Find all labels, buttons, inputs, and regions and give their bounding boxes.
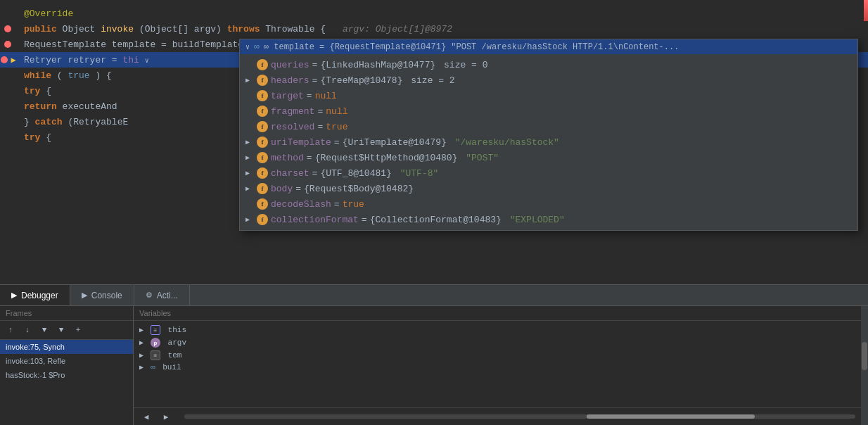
editor-area: @Override public Object invoke (Object[]… [0, 0, 868, 284]
field-name-fragment: fragment [271, 106, 314, 117]
plain-object: Object [63, 24, 101, 34]
frames-up-btn[interactable]: ↑ [3, 322, 18, 338]
debug-row-decode-slash[interactable]: f decodeSlash = true [240, 196, 857, 212]
debug-row-fragment[interactable]: f fragment = null [240, 103, 857, 119]
frames-filter-btn[interactable]: ▼ [37, 322, 52, 338]
plain-try-brace: { [46, 86, 51, 96]
field-name-queries: queries [271, 60, 309, 70]
debug-row-uri-template[interactable]: ▶ f uriTemplate = {UriTemplate@10479} "/… [240, 134, 857, 150]
console-tab-icon: ▶ [82, 291, 87, 300]
scrollbar-thumb[interactable] [587, 414, 755, 419]
expand-var-this[interactable]: ▶ [139, 326, 148, 334]
field-icon-queries: f [257, 59, 268, 70]
equals-fragment: = [317, 106, 323, 117]
actions-tab-label: Acti... [157, 291, 178, 300]
field-value-fragment: null [326, 106, 347, 117]
debugger-panel: ▶ Debugger ▶ Console ⚙ Acti... Frames ↑ … [0, 284, 868, 425]
nav-forward-btn[interactable]: ▶ [159, 410, 173, 424]
expand-var-argv[interactable]: ▶ [139, 338, 148, 347]
field-value-method: {Request$HttpMethod@10480} [315, 153, 458, 163]
var-row-argv[interactable]: ▶ p argv [134, 336, 861, 349]
var-row-tem[interactable]: ▶ ≡ tem [134, 349, 861, 362]
var-icon-argv: p [151, 338, 160, 348]
nav-back-btn[interactable]: ◀ [139, 410, 153, 424]
breakpoint-2 [4, 25, 11, 32]
scrollbar-thumb[interactable] [862, 342, 867, 370]
field-name-decode-slash: decodeSlash [271, 199, 331, 210]
size-queries: size = 0 [438, 60, 487, 70]
expand-var-tem[interactable]: ▶ [139, 351, 148, 360]
expand-var-buil[interactable]: ▶ [139, 363, 148, 372]
field-icon-body: f [257, 183, 268, 194]
debug-row-collection-format[interactable]: ▶ f collectionFormat = {CollectionFormat… [240, 212, 857, 227]
var-name-tem: tem [163, 351, 181, 360]
field-value-body: {Request$Body@10482} [304, 184, 414, 194]
infinity-icon: ∞ [254, 42, 260, 52]
tab-debugger[interactable]: ▶ Debugger [0, 285, 70, 305]
current-line-arrow: ▶ [11, 55, 15, 65]
debug-hint-argv: argv: Object[1]@8972 [343, 24, 452, 34]
variables-list: ▶ ≡ this ▶ p argv ▶ ≡ tem [134, 321, 861, 407]
kw-true: true [68, 70, 89, 81]
equals-decode-slash: = [334, 199, 340, 210]
field-this: thi [122, 55, 139, 65]
debug-row-method[interactable]: ▶ f method = {Request$HttpMethod@10480} … [240, 150, 857, 165]
var-icon-tem: ≡ [151, 350, 160, 360]
expand-headers[interactable]: ▶ [245, 76, 254, 84]
kw-try: try [24, 86, 46, 96]
field-string-uri-template: "/waresku/hasStock" [449, 137, 559, 148]
variables-header: Variables [134, 306, 861, 321]
field-icon-headers: f [257, 75, 268, 86]
debugger-tab-icon: ▶ [11, 291, 17, 300]
breakpoint-3 [4, 41, 11, 48]
expand-charset[interactable]: ▶ [245, 169, 254, 177]
var-icon-this: ≡ [151, 325, 160, 335]
frame-item-2[interactable]: invoke:103, Refle [0, 354, 133, 368]
debug-row-queries[interactable]: f queries = {LinkedHashMap@10477} size =… [240, 57, 857, 72]
frames-down-btn[interactable]: ↓ [20, 322, 35, 338]
frames-add-btn[interactable]: + [70, 322, 86, 338]
var-name-argv: argv [163, 338, 186, 347]
debug-row-body[interactable]: ▶ f body = {Request$Body@10482} [240, 181, 857, 196]
debug-row-headers[interactable]: ▶ f headers = {TreeMap@10478} size = 2 [240, 72, 857, 88]
debug-row-target[interactable]: f target = null [240, 88, 857, 103]
tab-console[interactable]: ▶ Console [70, 285, 134, 305]
field-string-method: "POST" [460, 153, 499, 163]
field-icon-uri-template: f [257, 137, 268, 148]
expand-method[interactable]: ▶ [245, 153, 254, 162]
var-icon-buil: ∞ [151, 363, 155, 372]
equals-collection-format: = [362, 215, 367, 225]
expand-uri-template[interactable]: ▶ [245, 138, 254, 146]
field-icon-resolved: f [257, 121, 268, 132]
field-icon-collection-format: f [257, 214, 268, 225]
panel-expand-arrow[interactable]: ∨ [245, 43, 250, 51]
field-value-decode-slash: true [343, 199, 364, 210]
debug-panel: ∨ ∞ ∞ template = {RequestTemplate@10471}… [239, 39, 858, 231]
debug-row-charset[interactable]: ▶ f charset = {UTF_8@10481} "UTF-8" [240, 165, 857, 181]
field-icon-charset: f [257, 167, 268, 179]
var-row-buil[interactable]: ▶ ∞ buil [134, 362, 861, 373]
expand-retryer[interactable]: ∨ [145, 57, 149, 65]
field-value-headers: {TreeMap@10478} [320, 75, 402, 86]
frame-item-3[interactable]: hasStock:-1 $Pro [0, 368, 133, 382]
frame-item-1[interactable]: invoke:75, Synch [0, 340, 133, 354]
expand-collection-format[interactable]: ▶ [245, 215, 254, 224]
code-line-1: @Override [0, 6, 868, 21]
plain-try2-brace: { [46, 132, 51, 143]
kw-throws: throws [227, 24, 266, 34]
var-row-this[interactable]: ▶ ≡ this [134, 324, 861, 336]
frames-sort-btn[interactable]: ▼ [53, 322, 69, 338]
debug-panel-title: ∞ template = {RequestTemplate@10471} "PO… [264, 42, 679, 52]
expand-body[interactable]: ▶ [245, 184, 254, 193]
plain-params: (Object[] argv) [139, 24, 227, 34]
frame-label-3: hasStock:-1 $Pro [6, 371, 65, 379]
tab-actions[interactable]: ⚙ Acti... [134, 285, 190, 305]
field-name-headers: headers [271, 75, 309, 86]
field-name-body: body [271, 184, 293, 194]
plain-brace-while: ) { [95, 70, 111, 81]
method-invoke: invoke [101, 24, 134, 34]
equals-uri-template: = [334, 137, 340, 148]
right-scrollbar[interactable] [861, 306, 868, 425]
debug-panel-body: f queries = {LinkedHashMap@10477} size =… [240, 54, 857, 230]
debug-row-resolved[interactable]: f resolved = true [240, 119, 857, 134]
